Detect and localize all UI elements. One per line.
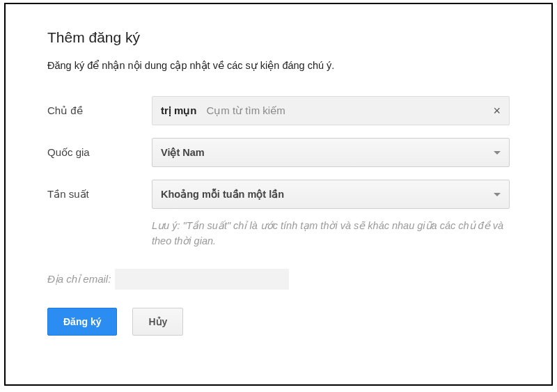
- cancel-button[interactable]: Hủy: [132, 308, 183, 336]
- dialog-title: Thêm đăng ký: [47, 29, 510, 46]
- chevron-down-icon: [494, 151, 501, 155]
- email-row: Địa chỉ email:: [47, 269, 510, 290]
- topic-label: Chủ đề: [47, 104, 152, 117]
- country-label: Quốc gia: [47, 146, 152, 159]
- frequency-label: Tần suất: [47, 188, 152, 201]
- submit-button[interactable]: Đăng ký: [47, 308, 117, 336]
- frequency-note-row: Lưu ý: "Tần suất" chỉ là ước tính tạm th…: [47, 221, 510, 269]
- country-row: Quốc gia Việt Nam: [47, 138, 510, 167]
- frequency-value: Khoảng mỗi tuần một lần: [161, 189, 284, 200]
- button-row: Đăng ký Hủy: [47, 308, 510, 336]
- chevron-down-icon: [494, 193, 501, 196]
- dialog-subtitle: Đăng ký để nhận nội dung cập nhật về các…: [47, 60, 510, 71]
- subscription-dialog: Thêm đăng ký Đăng ký để nhận nội dung cậ…: [4, 3, 553, 386]
- topic-input[interactable]: trị mụn Cụm từ tìm kiếm ×: [152, 96, 510, 125]
- topic-value: trị mụn: [161, 104, 197, 117]
- topic-hint: Cụm từ tìm kiếm: [207, 104, 285, 117]
- email-label: Địa chỉ email:: [47, 273, 111, 285]
- frequency-note: Lưu ý: "Tần suất" chỉ là ước tính tạm th…: [152, 219, 510, 249]
- frequency-row: Tần suất Khoảng mỗi tuần một lần: [47, 180, 510, 209]
- country-value: Việt Nam: [161, 147, 205, 158]
- close-icon[interactable]: ×: [493, 104, 501, 117]
- country-select[interactable]: Việt Nam: [152, 138, 510, 167]
- email-field[interactable]: [115, 269, 289, 290]
- frequency-select[interactable]: Khoảng mỗi tuần một lần: [152, 180, 510, 209]
- topic-row: Chủ đề trị mụn Cụm từ tìm kiếm ×: [47, 96, 510, 125]
